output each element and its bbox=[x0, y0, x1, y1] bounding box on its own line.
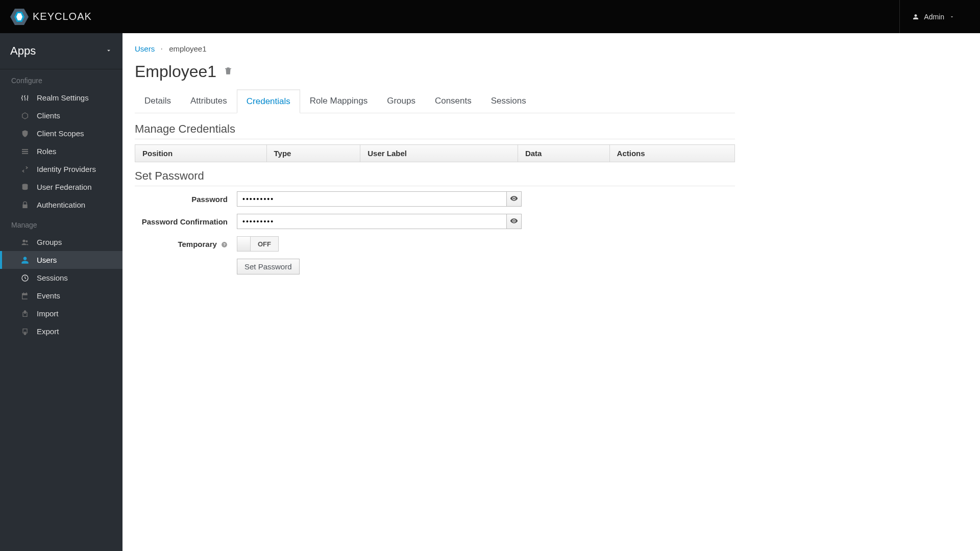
person-icon bbox=[913, 14, 919, 20]
set-password-form: Password Password Confirmation bbox=[135, 191, 735, 274]
sidebar-item-label: Clients bbox=[37, 111, 60, 120]
svg-point-4 bbox=[22, 239, 25, 242]
sidebar-item-client-scopes[interactable]: Client Scopes bbox=[0, 124, 122, 142]
sidebar-item-label: Groups bbox=[37, 238, 62, 246]
tab-attributes[interactable]: Attributes bbox=[181, 89, 237, 113]
page-title: Employee1 bbox=[135, 62, 216, 81]
shield-icon bbox=[20, 130, 30, 138]
sidebar-item-label: Realm Settings bbox=[37, 93, 89, 102]
chevron-down-icon bbox=[949, 14, 954, 19]
sidebar-item-export[interactable]: Export bbox=[0, 322, 122, 340]
toggle-state-label: OFF bbox=[251, 237, 278, 251]
realm-selector[interactable]: Apps bbox=[0, 33, 122, 69]
sidebar-item-user-federation[interactable]: User Federation bbox=[0, 178, 122, 196]
sidebar-item-groups[interactable]: Groups bbox=[0, 233, 122, 251]
manage-credentials-title: Manage Credentials bbox=[135, 122, 735, 139]
toggle-password-visibility-button[interactable] bbox=[506, 191, 522, 207]
breadcrumb-root-link[interactable]: Users bbox=[135, 44, 155, 53]
column-header: Actions bbox=[609, 145, 734, 162]
calendar-icon bbox=[20, 292, 30, 300]
realm-name: Apps bbox=[10, 44, 36, 58]
sidebar-item-label: User Federation bbox=[37, 183, 92, 191]
sidebar-item-label: Events bbox=[37, 291, 60, 300]
sidebar-item-label: Roles bbox=[37, 147, 56, 156]
password-confirm-label: Password Confirmation bbox=[135, 217, 237, 226]
person-icon bbox=[20, 256, 30, 264]
sidebar-item-clients[interactable]: Clients bbox=[0, 107, 122, 124]
column-header: Data bbox=[518, 145, 609, 162]
admin-label: Admin bbox=[924, 13, 944, 21]
brand-text: KEYCLOAK bbox=[33, 11, 92, 22]
column-header: User Label bbox=[360, 145, 518, 162]
database-icon bbox=[20, 183, 30, 191]
trash-icon bbox=[224, 69, 233, 77]
breadcrumb: Users employee1 bbox=[135, 44, 735, 53]
sidebar-item-import[interactable]: Import bbox=[0, 305, 122, 322]
export-icon bbox=[20, 328, 30, 336]
sidebar-item-label: Sessions bbox=[37, 273, 68, 282]
cube-icon bbox=[20, 112, 30, 120]
set-password-title: Set Password bbox=[135, 169, 735, 186]
delete-user-button[interactable] bbox=[224, 66, 233, 77]
set-password-button[interactable]: Set Password bbox=[237, 259, 300, 274]
sidebar-item-realm-settings[interactable]: Realm Settings bbox=[0, 89, 122, 107]
sidebar-item-authentication[interactable]: Authentication bbox=[0, 196, 122, 214]
password-input[interactable] bbox=[237, 191, 506, 207]
sidebar-item-label: Users bbox=[37, 256, 57, 264]
password-label: Password bbox=[135, 195, 237, 204]
sidebar-item-label: Authentication bbox=[37, 201, 85, 209]
import-icon bbox=[20, 310, 30, 318]
svg-text:?: ? bbox=[223, 242, 226, 247]
toggle-confirm-visibility-button[interactable] bbox=[506, 214, 522, 229]
tab-consents[interactable]: Consents bbox=[425, 89, 481, 113]
admin-user-menu[interactable]: Admin bbox=[899, 0, 980, 33]
brand-logo[interactable]: KEYCLOAK bbox=[10, 9, 92, 25]
list-icon bbox=[20, 147, 30, 156]
sidebar-item-events[interactable]: Events bbox=[0, 287, 122, 305]
tab-details[interactable]: Details bbox=[135, 89, 181, 113]
password-confirm-input[interactable] bbox=[237, 214, 506, 229]
sliders-icon bbox=[20, 94, 30, 102]
chevron-right-icon bbox=[160, 44, 164, 53]
help-icon[interactable]: ? bbox=[221, 241, 228, 248]
topbar: KEYCLOAK Admin bbox=[0, 0, 980, 33]
sidebar-section-manage: Manage bbox=[0, 214, 122, 233]
credentials-table-header: PositionTypeUser LabelDataActions bbox=[135, 145, 735, 162]
page-title-row: Employee1 bbox=[135, 62, 735, 81]
sidebar-item-label: Import bbox=[37, 309, 59, 318]
temporary-toggle[interactable]: OFF bbox=[237, 236, 279, 252]
eye-icon bbox=[510, 217, 518, 227]
clock-icon bbox=[20, 274, 30, 282]
eye-icon bbox=[510, 194, 518, 204]
svg-point-5 bbox=[26, 240, 28, 242]
column-header: Position bbox=[135, 145, 267, 162]
sidebar-item-roles[interactable]: Roles bbox=[0, 142, 122, 160]
tabs: DetailsAttributesCredentialsRole Mapping… bbox=[135, 89, 735, 113]
group-icon bbox=[20, 238, 30, 246]
toggle-handle bbox=[237, 237, 251, 251]
tab-sessions[interactable]: Sessions bbox=[481, 89, 536, 113]
keycloak-logo-icon bbox=[10, 9, 29, 25]
sidebar-section-configure: Configure bbox=[0, 69, 122, 89]
tab-groups[interactable]: Groups bbox=[377, 89, 425, 113]
credentials-table: PositionTypeUser LabelDataActions bbox=[135, 144, 735, 162]
sidebar-item-label: Export bbox=[37, 327, 59, 336]
sidebar-item-identity-providers[interactable]: Identity Providers bbox=[0, 160, 122, 178]
breadcrumb-current: employee1 bbox=[169, 44, 206, 53]
temporary-label: Temporary ? bbox=[135, 240, 237, 248]
sidebar-item-users[interactable]: Users bbox=[0, 251, 122, 269]
column-header: Type bbox=[266, 145, 360, 162]
chevron-down-icon bbox=[105, 47, 112, 56]
sidebar: Apps Configure Realm SettingsClientsClie… bbox=[0, 33, 122, 551]
exchange-icon bbox=[20, 165, 30, 173]
sidebar-item-label: Identity Providers bbox=[37, 165, 96, 173]
lock-icon bbox=[20, 201, 30, 209]
tab-credentials[interactable]: Credentials bbox=[237, 89, 300, 113]
sidebar-item-label: Client Scopes bbox=[37, 129, 84, 138]
tab-role-mappings[interactable]: Role Mappings bbox=[300, 89, 377, 113]
main-content: Users employee1 Employee1 DetailsAttribu… bbox=[122, 33, 980, 551]
sidebar-item-sessions[interactable]: Sessions bbox=[0, 269, 122, 287]
